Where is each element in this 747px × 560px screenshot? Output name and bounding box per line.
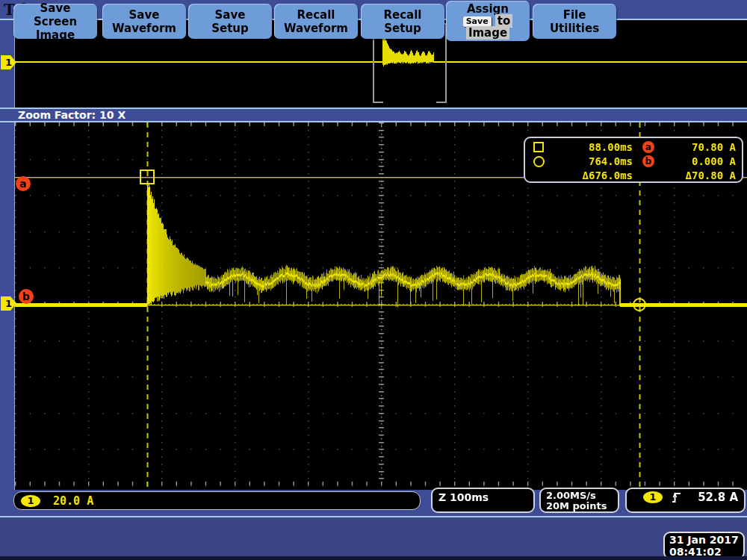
save-key-icon: Save xyxy=(463,16,492,27)
rising-edge-icon xyxy=(672,492,681,503)
bottom-edge-strip xyxy=(0,556,747,560)
cursor-delta-row: Δ676.0ms Δ70.80 A xyxy=(525,169,742,182)
channel1-badge-icon: 1 xyxy=(21,495,40,507)
save-screen-image-button[interactable]: Save Screen Image xyxy=(13,4,97,39)
trigger-readout[interactable]: 1 52.8 A xyxy=(625,488,746,513)
channel1-scale-readout[interactable]: 1 20.0 A xyxy=(13,491,421,510)
cursor-readout-box: 88.00ms a 70.80 A 764.0ms b 0.000 A Δ676… xyxy=(524,137,743,183)
zoom-timebase-value: Z 100ms xyxy=(438,491,489,503)
recall-waveform-button[interactable]: Recall Waveform xyxy=(274,4,358,39)
zoom-factor-bar: Zoom Factor: 10 X xyxy=(0,108,747,122)
cursor-b-value: 0.000 A xyxy=(664,155,742,167)
channel1-scale-value: 20.0 A xyxy=(53,494,93,508)
record-length-value: 20M points xyxy=(546,501,618,511)
cursor-b-badge-icon: b xyxy=(642,155,654,167)
cursor-a-value: 70.80 A xyxy=(664,141,742,153)
cursor-b-row: 764.0ms b 0.000 A xyxy=(525,155,742,168)
cursor-a-badge-icon: a xyxy=(642,141,654,153)
soft-menu-strip xyxy=(0,516,747,560)
trigger-level-value: 52.8 A xyxy=(681,491,738,504)
date-value: 31 Jan 2017 xyxy=(669,534,743,546)
save-setup-button[interactable]: Save Setup xyxy=(188,4,272,39)
acquisition-readout[interactable]: 2.00MS/s 20M points xyxy=(539,488,619,513)
save-waveform-button[interactable]: Save Waveform xyxy=(102,4,186,39)
circle-cursor-icon xyxy=(525,156,552,167)
assign-target-label: Image xyxy=(466,26,509,40)
cursor-a-row: 88.00ms a 70.80 A xyxy=(525,140,742,154)
oscilloscope-screen: Tek PreVu M 1.00 s 1 Zoom Factor: 10 X a… xyxy=(0,0,747,560)
zoom-factor-label: Zoom Factor: 10 X xyxy=(18,109,125,121)
cursor-a-marker[interactable]: a xyxy=(16,176,31,191)
cursor-delta-time: Δ676.0ms xyxy=(552,169,633,181)
cursor-a-time: 88.00ms xyxy=(552,141,633,153)
cursor-delta-value: Δ70.80 A xyxy=(664,169,742,181)
assign-save-button[interactable]: Assign Save to Image xyxy=(446,1,530,41)
square-cursor-icon xyxy=(525,142,552,152)
datetime-readout: 31 Jan 2017 08:41:02 xyxy=(663,532,745,559)
trigger-source-badge-icon: 1 xyxy=(643,491,663,503)
zoom-timebase-readout[interactable]: Z 100ms xyxy=(431,488,535,513)
file-utilities-button[interactable]: File Utilities xyxy=(533,4,616,39)
cursor-b-time: 764.0ms xyxy=(552,155,633,167)
recall-setup-button[interactable]: Recall Setup xyxy=(361,4,444,39)
sample-rate-value: 2.00MS/s xyxy=(546,491,618,501)
cursor-b-marker[interactable]: b xyxy=(19,289,34,304)
